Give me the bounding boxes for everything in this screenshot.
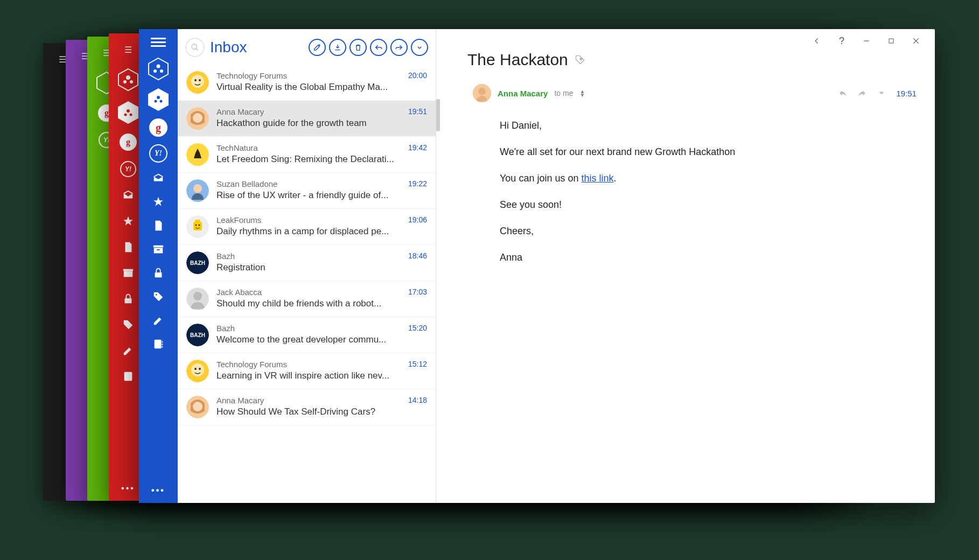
scrollbar-thumb[interactable] <box>436 99 440 131</box>
svg-rect-13 <box>889 39 893 43</box>
svg-text:+: + <box>579 57 582 62</box>
message-subject: Registration <box>216 262 396 273</box>
hex-account-icon <box>117 68 139 92</box>
svg-rect-31 <box>162 346 163 348</box>
message-item[interactable]: LeakForumsDaily rhythms in a camp for di… <box>178 209 436 245</box>
svg-point-60 <box>193 402 202 411</box>
more-button[interactable] <box>411 39 428 56</box>
message-item[interactable]: Technology ForumsLearning in VR will ins… <box>178 353 436 389</box>
tag-nav[interactable] <box>150 289 166 305</box>
dropdown-icon[interactable] <box>877 88 886 98</box>
contacts-nav[interactable] <box>150 336 166 352</box>
svg-point-56 <box>191 363 204 376</box>
sender-name: Anna Macary <box>498 89 548 98</box>
edit-nav[interactable] <box>150 312 166 328</box>
svg-point-52 <box>193 292 202 300</box>
body-sign-name: Anna <box>500 250 917 265</box>
body-greeting: Hi Daniel, <box>500 118 917 133</box>
message-item[interactable]: BAZHBazhWelcome to the great developer c… <box>178 317 436 353</box>
avatar <box>186 143 209 166</box>
maximize-button[interactable] <box>880 33 903 49</box>
message-item[interactable]: Technology ForumsVirtual Reality is the … <box>178 65 436 101</box>
reply-button[interactable] <box>370 39 387 56</box>
svg-rect-23 <box>154 248 163 253</box>
message-item[interactable]: Anna MacaryHackathon guide for the growt… <box>178 101 436 137</box>
message-item[interactable]: Jack AbaccaShould my child be friends wi… <box>178 281 436 317</box>
search-button[interactable] <box>185 38 205 57</box>
svg-point-21 <box>155 100 157 103</box>
svg-point-4 <box>130 80 133 83</box>
body-link[interactable]: this link <box>581 173 613 184</box>
forward-icon[interactable] <box>857 88 867 98</box>
svg-point-57 <box>194 368 197 370</box>
body-line2: You can join us on this link. <box>500 171 917 186</box>
message-time: 19:51 <box>404 107 427 116</box>
svg-point-19 <box>160 69 163 73</box>
reply-icon[interactable] <box>838 88 848 98</box>
forward-button[interactable] <box>390 39 408 56</box>
download-button[interactable] <box>329 39 346 56</box>
svg-marker-16 <box>149 58 168 80</box>
team-account-active[interactable] <box>148 88 169 111</box>
message-item[interactable]: Anna MacaryHow Should We Tax Self-Drivin… <box>178 389 436 425</box>
svg-rect-46 <box>195 220 200 222</box>
message-item[interactable]: Suzan BelladoneRise of the UX writer - a… <box>178 173 436 209</box>
hamburger-icon: ☰ <box>120 41 137 58</box>
message-time: 17:03 <box>404 288 427 296</box>
message-item[interactable]: BAZHBazhRegistration18:46 <box>178 245 436 281</box>
svg-text:BAZH: BAZH <box>190 332 205 338</box>
message-body: Hi Daniel, We're all set for our next br… <box>467 118 917 277</box>
compose-button[interactable] <box>309 39 326 56</box>
svg-rect-28 <box>155 340 162 349</box>
contacts-icon <box>120 368 136 384</box>
lock-nav[interactable] <box>150 265 166 281</box>
archive-nav[interactable] <box>150 241 166 257</box>
svg-point-2 <box>126 75 130 80</box>
message-sender: Anna Macary <box>216 107 396 116</box>
google-account[interactable]: g <box>149 118 167 137</box>
yahoo-account-icon: Y! <box>120 160 137 178</box>
message-time: 20:00 <box>404 71 427 80</box>
message-sender: LeakForums <box>216 215 396 225</box>
pane-divider[interactable] <box>436 29 442 503</box>
svg-text:BAZH: BAZH <box>190 260 205 266</box>
message-item[interactable]: TechNaturaLet Freedom Sing: Remixing the… <box>178 137 436 173</box>
body-line1: We're all set for our next brand new Gro… <box>500 145 917 159</box>
message-sender: Bazh <box>216 251 396 261</box>
back-button[interactable] <box>806 33 828 49</box>
team-account[interactable] <box>148 57 169 81</box>
close-button[interactable] <box>905 33 927 49</box>
svg-point-36 <box>191 75 204 88</box>
yahoo-account[interactable]: Y! <box>149 144 167 163</box>
inbox-nav[interactable] <box>150 170 166 186</box>
file-nav[interactable] <box>150 218 166 234</box>
message-list: Technology ForumsVirtual Reality is the … <box>178 65 436 503</box>
help-button[interactable]: ? <box>830 33 853 49</box>
more-menu[interactable]: ••• <box>151 486 165 495</box>
svg-point-20 <box>157 96 160 99</box>
svg-rect-29 <box>162 341 163 343</box>
minimize-button[interactable] <box>855 33 878 49</box>
add-tag-button[interactable]: + <box>575 54 585 65</box>
archive-icon <box>120 265 136 281</box>
svg-rect-10 <box>125 298 132 303</box>
hamburger-menu[interactable] <box>151 36 166 46</box>
detail-time: 19:51 <box>896 89 917 98</box>
titlebar: ? <box>806 29 935 53</box>
expand-recipients[interactable]: ▲▼ <box>579 89 585 97</box>
svg-rect-30 <box>162 344 163 345</box>
body-line3: See you soon! <box>500 198 917 212</box>
avatar: BAZH <box>186 324 209 346</box>
lock-icon <box>120 291 136 307</box>
main-window: ? g Y! ••• Inbox <box>139 29 935 503</box>
delete-button[interactable] <box>349 39 367 56</box>
message-time: 15:20 <box>404 324 427 332</box>
svg-rect-11 <box>124 372 132 381</box>
body-signoff: Cheers, <box>500 224 917 239</box>
sidebar: g Y! ••• <box>139 29 178 503</box>
message-time: 19:42 <box>404 143 427 152</box>
svg-rect-26 <box>155 272 162 277</box>
message-sender: Jack Abacca <box>216 288 396 297</box>
star-nav[interactable] <box>150 194 166 210</box>
more-icon: ••• <box>121 484 135 493</box>
